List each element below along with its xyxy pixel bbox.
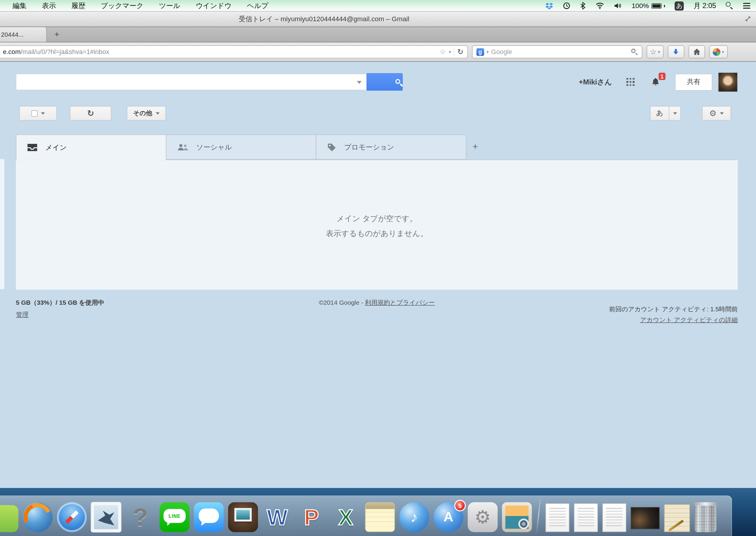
extension-chevron-icon: ▾ <box>722 50 724 54</box>
messages-icon[interactable] <box>194 502 223 532</box>
volume-icon[interactable] <box>614 2 622 9</box>
url-bar[interactable]: e.com /mail/u/0/?hl=ja&shva=1#inbox ☆ ▾ … <box>0 45 468 58</box>
iphoto-icon[interactable] <box>502 502 532 532</box>
gmail-search-input[interactable] <box>16 74 366 90</box>
more-actions-button[interactable]: その他 <box>127 106 166 120</box>
storage-usage: 5 GB（33%）/ 15 GB を使用中 <box>16 298 319 307</box>
tab-primary[interactable]: メイン <box>16 135 166 160</box>
document-stack-3[interactable] <box>602 503 626 532</box>
input-method-badge[interactable]: あ <box>675 1 684 11</box>
menu-window[interactable]: ウインドウ <box>196 1 232 11</box>
gmail-header-right: +Mikiさん 1 共有 <box>579 72 738 92</box>
share-button[interactable]: 共有 <box>675 73 712 90</box>
system-preferences-icon[interactable]: ⚙ <box>468 502 498 532</box>
notifications-button[interactable]: 1 <box>651 77 661 86</box>
select-checkbox[interactable] <box>31 110 38 117</box>
account-name-link[interactable]: +Mikiさん <box>579 77 612 86</box>
settings-button[interactable]: ⚙ <box>702 106 731 120</box>
home-icon <box>693 48 701 55</box>
refresh-button[interactable]: ↻ <box>70 106 111 120</box>
document-stack-1[interactable] <box>545 503 570 532</box>
empty-state-line2: 表示するものがありません。 <box>16 229 738 239</box>
time-machine-icon[interactable] <box>563 2 570 10</box>
menu-items: 編集 表示 履歴 ブックマーク ツール ウインドウ ヘルプ <box>0 1 268 11</box>
manage-storage-link[interactable]: 管理 <box>16 310 28 319</box>
photo-booth-icon[interactable] <box>228 502 258 532</box>
bookmark-star-icon[interactable]: ☆ <box>439 48 446 56</box>
input-method-button[interactable]: あ <box>650 106 681 120</box>
apps-grid-icon[interactable] <box>626 78 635 86</box>
reload-icon[interactable]: ↻ <box>458 48 464 56</box>
app-store-icon[interactable]: A 5 <box>433 502 464 532</box>
word-icon[interactable]: W <box>262 502 292 532</box>
gmail-search-button[interactable] <box>366 73 402 90</box>
fullscreen-icon[interactable] <box>745 16 751 24</box>
extension-button[interactable]: ▾ <box>709 45 728 58</box>
url-bar-divider <box>454 48 455 56</box>
copyright-text: ©2014 Google - <box>319 299 365 306</box>
search-bar[interactable]: g ▾ Google <box>472 45 642 58</box>
browser-tab[interactable]: 20444... <box>0 27 47 42</box>
search-magnifier-icon[interactable] <box>631 48 638 55</box>
tab-promotions-label: プロモーション <box>344 142 394 151</box>
browser-toolbar: e.com /mail/u/0/?hl=ja&shva=1#inbox ☆ ▾ … <box>0 42 756 62</box>
menu-bookmarks[interactable]: ブックマーク <box>101 1 144 11</box>
menu-clock[interactable]: 月 2:05 <box>694 1 716 11</box>
gmail-page: +Mikiさん 1 共有 ↻ その他 あ <box>0 62 756 488</box>
input-method-chevron[interactable] <box>670 106 681 120</box>
notes-icon[interactable] <box>365 502 395 532</box>
line-icon[interactable]: LINE <box>160 502 189 532</box>
itunes-icon[interactable]: ♪ <box>399 502 429 532</box>
firefox-icon[interactable] <box>23 502 52 532</box>
select-all-button[interactable] <box>19 106 57 120</box>
google-favicon[interactable]: g <box>476 48 484 56</box>
bluetooth-icon[interactable] <box>580 2 586 10</box>
bookmark-chevron-icon[interactable]: ▾ <box>449 50 451 54</box>
add-tab-button[interactable]: + <box>473 142 478 152</box>
photo-file-icon[interactable] <box>631 507 660 529</box>
search-engine-chevron-icon[interactable]: ▾ <box>487 50 489 54</box>
browser-tab-title: 20444... <box>1 31 23 38</box>
powerpoint-icon[interactable]: P <box>296 502 326 532</box>
menu-view[interactable]: 表示 <box>42 1 56 11</box>
search-placeholder: Google <box>491 48 512 55</box>
excel-icon[interactable]: X <box>331 502 361 532</box>
last-activity-text: 前回のアカウント アクティビティ: 1.5時間前 <box>435 305 738 314</box>
menu-tools[interactable]: ツール <box>159 1 180 11</box>
inbox-category-tabs: メイン ソーシャル プロモーション + <box>16 134 738 160</box>
battery-tip <box>664 5 665 7</box>
partial-app-icon[interactable] <box>0 505 18 532</box>
people-icon <box>177 143 189 151</box>
missing-app-icon[interactable]: ? <box>125 502 155 532</box>
downloads-button[interactable] <box>668 45 684 58</box>
home-button[interactable] <box>689 45 705 58</box>
dropbox-icon[interactable] <box>545 2 553 9</box>
profile-avatar[interactable] <box>718 72 738 92</box>
search-icon <box>395 78 402 85</box>
menu-edit[interactable]: 編集 <box>13 1 26 11</box>
menu-history[interactable]: 履歴 <box>71 1 86 11</box>
tag-icon <box>327 142 336 151</box>
url-domain: e.com <box>3 48 20 55</box>
tab-promotions[interactable]: プロモーション <box>316 135 466 160</box>
notepad-stack-icon[interactable] <box>664 504 690 532</box>
terms-privacy-link[interactable]: 利用規約とプライバシー <box>365 299 435 306</box>
safari-icon[interactable] <box>57 502 87 532</box>
activity-details-link[interactable]: アカウント アクティビティの詳細 <box>640 316 738 324</box>
menu-help[interactable]: ヘルプ <box>247 1 268 11</box>
document-stack-2[interactable] <box>574 503 598 532</box>
search-options-chevron-icon[interactable] <box>357 81 361 84</box>
spotlight-icon[interactable] <box>726 2 734 10</box>
tab-social[interactable]: ソーシャル <box>166 135 317 160</box>
new-tab-button[interactable]: + <box>50 28 64 41</box>
battery-percent: 100% <box>632 2 649 10</box>
window-title-bar[interactable]: 受信トレイ – miyumiyu0120444444@gmail.com – G… <box>0 12 756 27</box>
notification-center-icon[interactable] <box>743 3 750 9</box>
bookmarks-menu-button[interactable]: ☆ ▾ <box>647 45 664 58</box>
trash-icon[interactable] <box>695 504 717 532</box>
inbox-icon <box>27 143 38 152</box>
wifi-icon[interactable] <box>595 2 604 9</box>
battery-indicator[interactable]: 100% <box>632 2 665 10</box>
bookmarks-chevron-icon: ▾ <box>658 50 660 54</box>
mail-icon[interactable] <box>91 502 121 532</box>
